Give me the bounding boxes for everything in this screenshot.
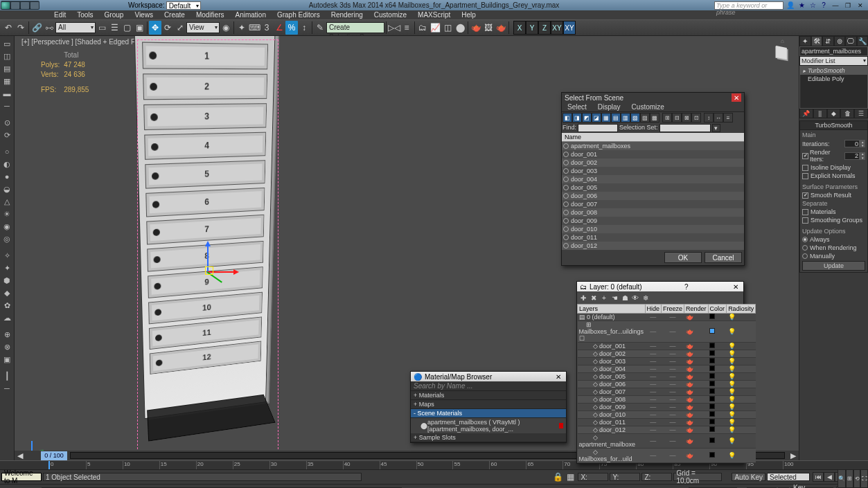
left-tool-17[interactable]: ◎ bbox=[1, 233, 13, 245]
scene-list-item[interactable]: door_005 bbox=[562, 183, 744, 192]
select-from-scene-dialog[interactable]: Select From Scene✕ SelectDisplayCustomiz… bbox=[561, 92, 745, 266]
layer-row[interactable]: ◇ door_001——🫖💡 bbox=[578, 343, 756, 350]
left-tool-10[interactable]: ○ bbox=[1, 145, 13, 158]
add-to-layer-icon[interactable]: + bbox=[599, 293, 609, 302]
left-tool-28[interactable]: ▣ bbox=[1, 353, 13, 365]
layer-manager-dialog[interactable]: 🗂Layer: 0 (default)?✕ ✚ ✖ + ☚ ☗ 👁 ❄ Laye… bbox=[576, 281, 744, 464]
mmb-search-input[interactable]: Search by Name ... bbox=[411, 381, 566, 391]
sfs-filter-1[interactable]: ◨ bbox=[572, 113, 582, 123]
menu-modifiers[interactable]: Modifiers bbox=[191, 10, 230, 19]
viewcube[interactable]: ⌂ bbox=[768, 38, 796, 66]
menu-create[interactable]: Create bbox=[159, 10, 191, 19]
window-crossing-button[interactable]: ▣ bbox=[133, 21, 145, 35]
layer-row[interactable]: ◇ door_006——🫖💡 bbox=[578, 381, 756, 388]
close-icon[interactable]: ✕ bbox=[731, 282, 741, 291]
highlight-layer-icon[interactable]: ☗ bbox=[620, 293, 630, 302]
left-tool-0[interactable]: ▭ bbox=[1, 37, 13, 50]
update-always-radio[interactable]: Always bbox=[802, 236, 865, 243]
menu-views[interactable]: Views bbox=[129, 10, 159, 19]
delete-layer-icon[interactable]: ✖ bbox=[589, 293, 599, 302]
tab-motion[interactable]: ⊚ bbox=[834, 36, 846, 46]
cancel-button[interactable]: Cancel bbox=[705, 252, 742, 263]
rollout-header[interactable]: TurboSmooth bbox=[800, 121, 867, 130]
sfs-filter-2[interactable]: ◩ bbox=[582, 113, 592, 123]
left-tool-16[interactable]: ◉ bbox=[1, 220, 13, 233]
axis-z-button[interactable]: Z bbox=[538, 21, 551, 35]
sfs-filter-11[interactable]: ⊞ bbox=[662, 113, 672, 123]
app-menu-button[interactable] bbox=[1, 1, 39, 10]
update-render-radio[interactable]: When Rendering bbox=[802, 244, 865, 251]
pin-stack-button[interactable]: 📌 bbox=[799, 109, 813, 118]
sfs-menu-customize[interactable]: Customize bbox=[626, 102, 670, 111]
sfs-filter-12[interactable]: ⊟ bbox=[672, 113, 682, 123]
help-icon[interactable]: ? bbox=[820, 1, 828, 10]
layer-row[interactable]: ◇ door_004——🫖💡 bbox=[578, 365, 756, 373]
left-tool-4[interactable]: ▬ bbox=[1, 87, 13, 100]
tab-hierarchy[interactable]: ⇵ bbox=[822, 36, 834, 46]
scene-list-item[interactable]: door_008 bbox=[562, 208, 744, 217]
layer-row[interactable]: ◇ door_008——🫖💡 bbox=[578, 396, 756, 404]
welcome-script-panel[interactable]: Welcome to M bbox=[1, 473, 42, 481]
scene-list-item[interactable]: door_006 bbox=[562, 192, 744, 200]
layer-row[interactable]: ◇ door_005——🫖💡 bbox=[578, 373, 756, 381]
sfs-filter-6[interactable]: ▥ bbox=[621, 113, 630, 123]
layer-row[interactable]: ◇ door_007——🫖💡 bbox=[578, 388, 756, 396]
favorite-icon[interactable]: ☆ bbox=[808, 1, 817, 10]
signin-icon[interactable]: 👤 bbox=[786, 1, 795, 10]
goto-start-button[interactable]: ⏮ bbox=[813, 472, 824, 482]
menu-graph-editors[interactable]: Graph Editors bbox=[272, 10, 326, 19]
axis-x-button[interactable]: X bbox=[513, 21, 526, 35]
stack-item-editable-poly[interactable]: ▸Editable Poly bbox=[800, 75, 867, 83]
prev-frame-button[interactable]: ◀ bbox=[824, 472, 835, 482]
edit-named-selset-button[interactable]: ✎ bbox=[314, 21, 326, 35]
left-tool-11[interactable]: ◐ bbox=[1, 158, 13, 170]
abs-rel-icon[interactable]: ▦ bbox=[564, 470, 576, 484]
select-layer-icon[interactable]: ☚ bbox=[610, 293, 619, 302]
modifier-stack[interactable]: ▸TurboSmooth ▸Editable Poly bbox=[799, 66, 868, 109]
spinner-snap-button[interactable]: ↕ bbox=[298, 21, 310, 35]
redo-button[interactable]: ↷ bbox=[15, 21, 27, 35]
left-tool-20[interactable]: ✦ bbox=[1, 262, 13, 274]
layer-row[interactable]: ◇ Mailboxes_for...uild——🫖💡 bbox=[578, 449, 756, 463]
mirror-button[interactable]: ▷◁ bbox=[388, 21, 400, 35]
update-button[interactable]: Update bbox=[802, 261, 865, 271]
close-icon[interactable]: ✕ bbox=[732, 93, 741, 102]
menu-help[interactable]: Help bbox=[456, 10, 481, 19]
sfs-filter-16[interactable]: ↕ bbox=[704, 113, 714, 123]
left-tool-24[interactable]: ☁ bbox=[1, 311, 13, 324]
help-search-input[interactable]: Type a keyword or phrase bbox=[714, 1, 783, 10]
left-tool-19[interactable]: ✧ bbox=[1, 249, 13, 262]
modifier-list-dropdown[interactable]: Modifier List bbox=[799, 56, 868, 66]
menu-maxscript[interactable]: MAXScript bbox=[412, 10, 456, 19]
close-button[interactable]: ✕ bbox=[856, 1, 865, 10]
tab-create[interactable]: ✦ bbox=[799, 36, 811, 46]
selection-filter-dropdown[interactable]: All bbox=[55, 22, 96, 33]
restore-button[interactable]: ❐ bbox=[843, 1, 853, 10]
left-tool-26[interactable]: ⊕ bbox=[1, 328, 13, 341]
axis-y-button[interactable]: Y bbox=[526, 21, 538, 35]
sfs-filter-14[interactable]: ⊡ bbox=[691, 113, 701, 123]
mmb-cat-materials[interactable]: + Materials bbox=[411, 391, 566, 400]
time-tag-icon[interactable]: 🏷 bbox=[675, 485, 687, 488]
sfs-filter-5[interactable]: ▤ bbox=[611, 113, 621, 123]
sfs-filter-4[interactable]: ▦ bbox=[601, 113, 611, 123]
scene-list-item[interactable]: door_007 bbox=[562, 200, 744, 208]
select-object-button[interactable]: ▭ bbox=[96, 21, 108, 35]
keyboard-shortcut-button[interactable]: ⌨ bbox=[248, 21, 260, 35]
render-prod-button[interactable]: 🫖 bbox=[495, 21, 507, 35]
left-tool-5[interactable]: ─ bbox=[1, 100, 13, 112]
left-tool-7[interactable]: ⊙ bbox=[1, 116, 13, 129]
separate-materials-check[interactable]: Materials bbox=[802, 208, 865, 215]
layer-row[interactable]: ◇ door_010——🫖💡 bbox=[578, 411, 756, 419]
workspace-dropdown[interactable]: Default bbox=[166, 1, 202, 10]
mmb-cat-maps[interactable]: + Maps bbox=[411, 400, 566, 409]
layer-row[interactable]: ◇ apartment_mailboxe——🫖💡 bbox=[578, 434, 756, 449]
render-setup-button[interactable]: 🫖 bbox=[470, 21, 482, 35]
freeze-unfreeze-icon[interactable]: ❄ bbox=[641, 293, 650, 302]
viewcube-home-icon[interactable]: ⌂ bbox=[781, 38, 784, 44]
selection-set-input[interactable] bbox=[659, 124, 711, 132]
isoline-check[interactable]: Isoline Display bbox=[802, 164, 865, 171]
scene-list-item[interactable]: door_002 bbox=[562, 159, 744, 167]
find-input[interactable] bbox=[578, 124, 618, 132]
iterations-spinner[interactable]: ▴▾ bbox=[844, 140, 865, 147]
